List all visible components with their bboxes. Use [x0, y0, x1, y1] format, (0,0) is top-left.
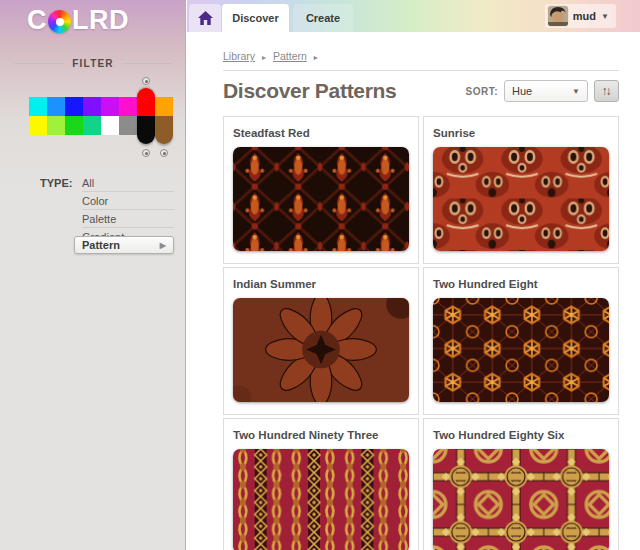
- color-swatch-blue[interactable]: [65, 97, 83, 116]
- color-swatch-spring[interactable]: [83, 116, 101, 135]
- color-swatch-red-selected[interactable]: [137, 88, 155, 116]
- color-swatch-yellow[interactable]: [29, 116, 47, 135]
- pattern-image[interactable]: [233, 147, 409, 251]
- colrd-app: C LRD FILTER: [0, 0, 640, 550]
- pattern-image[interactable]: [233, 298, 409, 402]
- color-filter-toggle-red[interactable]: [142, 77, 150, 85]
- pattern-card-title[interactable]: Two Hundred Ninety Three: [233, 429, 409, 441]
- type-option-all[interactable]: All: [82, 174, 174, 192]
- color-wheel-icon: [48, 10, 71, 33]
- color-swatch-green[interactable]: [65, 116, 83, 135]
- user-menu[interactable]: mud ▼: [545, 4, 616, 28]
- pattern-image[interactable]: [433, 147, 609, 251]
- tab-discover[interactable]: Discover: [222, 4, 289, 32]
- breadcrumb-pattern[interactable]: Pattern: [273, 50, 307, 62]
- pattern-card-title[interactable]: Steadfast Red: [233, 127, 409, 139]
- logo-letter-c: C: [27, 5, 47, 36]
- pattern-card[interactable]: Sunrise: [423, 116, 619, 264]
- color-swatch-purple[interactable]: [101, 97, 119, 116]
- logo-letters-lrd: LRD: [72, 5, 129, 36]
- tab-discover-label: Discover: [232, 12, 278, 24]
- pattern-card-title[interactable]: Two Hundred Eight: [433, 278, 609, 290]
- color-swatch-violet[interactable]: [83, 97, 101, 116]
- type-option-color[interactable]: Color: [82, 192, 174, 210]
- pattern-card[interactable]: Two Hundred Ninety Three: [223, 418, 419, 550]
- type-label: TYPE:: [40, 177, 72, 189]
- sort-label: SORT:: [466, 86, 499, 97]
- pattern-grid: Steadfast Red: [223, 116, 619, 550]
- home-icon: [198, 11, 213, 25]
- color-swatch-black-selected[interactable]: [137, 116, 155, 144]
- divider: [223, 70, 619, 71]
- user-avatar: [548, 6, 568, 26]
- type-option-pattern-selected[interactable]: Pattern ▶: [74, 236, 174, 254]
- color-filter-toggle-black[interactable]: [142, 149, 150, 157]
- color-swatch-brown-selected[interactable]: [155, 116, 173, 144]
- top-navigation-bar: Discover Create mud ▼: [187, 0, 640, 32]
- chevron-right-icon: ▶: [160, 241, 166, 250]
- color-filter-toggle-brown[interactable]: [160, 149, 168, 157]
- pattern-card-title[interactable]: Two Hundred Eighty Six: [433, 429, 609, 441]
- chevron-down-icon: ▼: [601, 12, 609, 21]
- breadcrumb-separator-icon: ▸: [262, 53, 266, 62]
- type-option-pattern-label: Pattern: [82, 239, 120, 251]
- main-area: Discover Create mud ▼ L: [187, 0, 640, 550]
- breadcrumb-separator-icon: ▸: [314, 53, 318, 62]
- pattern-image[interactable]: [433, 449, 609, 550]
- color-swatch-yellowgreen[interactable]: [47, 116, 65, 135]
- divider: [122, 63, 172, 64]
- colrd-logo[interactable]: C LRD: [27, 5, 129, 36]
- color-swatch-cyan[interactable]: [29, 97, 47, 116]
- color-swatch-gray[interactable]: [119, 116, 137, 135]
- tab-create-label: Create: [306, 12, 340, 24]
- filter-sidebar: C LRD FILTER: [0, 0, 186, 550]
- sort-direction-icon: ↑↓: [602, 84, 610, 98]
- tab-create[interactable]: Create: [293, 4, 353, 32]
- home-tab[interactable]: [189, 4, 221, 32]
- color-swatch-white[interactable]: [101, 116, 119, 135]
- color-swatch-magenta[interactable]: [119, 97, 137, 116]
- pattern-image[interactable]: [433, 298, 609, 402]
- pattern-card[interactable]: Two Hundred Eighty Six: [423, 418, 619, 550]
- sort-direction-button[interactable]: ↑↓: [594, 80, 619, 102]
- breadcrumb: Library ▸ Pattern ▸: [223, 50, 619, 62]
- chevron-down-icon: ▼: [572, 87, 580, 96]
- color-swatch-orange[interactable]: [155, 97, 173, 116]
- content-area: Library ▸ Pattern ▸ Discover Patterns SO…: [187, 32, 640, 550]
- page-title: Discover Patterns: [223, 79, 396, 103]
- divider: [14, 63, 64, 64]
- color-filter-palette: [29, 97, 173, 135]
- sort-controls: SORT: Hue ▼ ↑↓: [466, 80, 620, 102]
- pattern-card-title[interactable]: Sunrise: [433, 127, 609, 139]
- color-swatch-azure[interactable]: [47, 97, 65, 116]
- type-option-palette[interactable]: Palette: [82, 210, 174, 228]
- pattern-card-title[interactable]: Indian Summer: [233, 278, 409, 290]
- filter-header: FILTER: [0, 58, 186, 69]
- pattern-card[interactable]: Two Hundred Eight: [423, 267, 619, 415]
- sort-dropdown[interactable]: Hue ▼: [504, 80, 588, 102]
- breadcrumb-library[interactable]: Library: [223, 50, 255, 62]
- pattern-image[interactable]: [233, 449, 409, 550]
- sort-value: Hue: [512, 85, 532, 97]
- username: mud: [573, 10, 596, 22]
- pattern-card[interactable]: Steadfast Red: [223, 116, 419, 264]
- title-row: Discover Patterns SORT: Hue ▼ ↑↓: [223, 78, 619, 104]
- pattern-card[interactable]: Indian Summer: [223, 267, 419, 415]
- filter-title: FILTER: [72, 58, 113, 69]
